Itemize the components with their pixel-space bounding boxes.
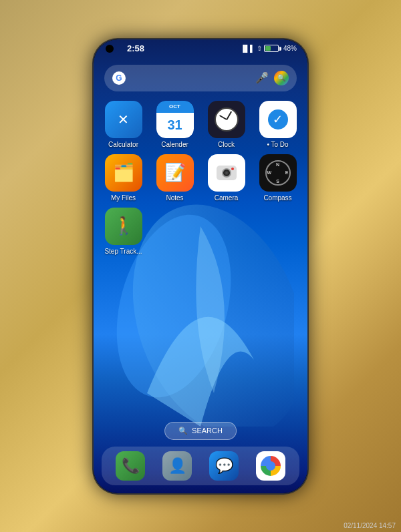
app-grid: ✕ Calculator OCT 31 Calender [100, 101, 301, 256]
bottom-search-icon: 🔍 [178, 427, 188, 435]
bottom-search-bar[interactable]: 🔍 SEARCH [164, 422, 237, 440]
status-icons: ▐▌▌ ⇧ 48% [241, 45, 297, 52]
app-clock[interactable]: Clock [203, 101, 249, 149]
phone-screen: 2:58 ▐▌▌ ⇧ 48% G [94, 39, 307, 493]
camera-icon [208, 154, 245, 192]
dock: 📞 👤 💬 [102, 447, 299, 485]
myfiles-label: My Files [111, 194, 136, 202]
app-calculator[interactable]: ✕ Calculator [100, 101, 146, 149]
outer-background: 2:58 ▐▌▌ ⇧ 48% G [0, 0, 401, 532]
compass-icon: N S E W [259, 154, 297, 192]
calendar-label: Calender [161, 141, 188, 149]
todo-label: • To Do [267, 141, 288, 149]
contacts-icon: 👤 [168, 457, 186, 475]
clock-label: Clock [218, 141, 235, 149]
mic-icon[interactable]: 🎤 [255, 71, 269, 84]
status-time: 2:58 [127, 43, 144, 53]
messages-icon: 💬 [215, 457, 233, 475]
app-compass[interactable]: N S E W Compass [255, 154, 301, 202]
signal-icon: ▐▌▌ [241, 45, 255, 52]
screenshot-timestamp: 02/11/2024 14:57 [344, 522, 396, 529]
camera-label: Camera [215, 194, 239, 202]
app-steptrack[interactable]: 🚶 Step Track... [100, 208, 146, 256]
wifi-icon: ⇧ [257, 45, 262, 52]
app-camera[interactable]: Camera [203, 154, 249, 202]
google-search-bar[interactable]: G 🎤 🔍 [104, 65, 297, 91]
dock-phone[interactable]: 📞 [116, 451, 145, 481]
app-calendar[interactable]: OCT 31 Calender [152, 101, 198, 149]
status-bar: 2:58 ▐▌▌ ⇧ 48% [94, 39, 307, 58]
calculator-icon: ✕ [105, 101, 142, 138]
dock-contacts[interactable]: 👤 [162, 451, 192, 481]
google-logo: G [112, 71, 126, 85]
bottom-search-label: SEARCH [192, 427, 223, 435]
dock-messages[interactable]: 💬 [209, 451, 239, 481]
battery-percent: 48% [283, 45, 297, 52]
compass-label: Compass [263, 194, 291, 202]
camera-hole [106, 45, 114, 53]
steptrack-label: Step Track... [104, 248, 142, 256]
phone-frame: 2:58 ▐▌▌ ⇧ 48% G [94, 39, 307, 493]
myfiles-icon: 🗂️ [105, 154, 142, 192]
clock-icon [208, 101, 245, 138]
app-myfiles[interactable]: 🗂️ My Files [100, 154, 146, 202]
lens-icon[interactable]: 🔍 [274, 71, 289, 85]
notes-icon: 📝 [156, 154, 194, 192]
calendar-icon: OCT 31 [156, 101, 194, 138]
steptrack-icon: 🚶 [105, 208, 142, 245]
dock-chrome[interactable] [256, 451, 285, 481]
app-todo[interactable]: ✓ • To Do [255, 101, 301, 149]
todo-icon: ✓ [259, 101, 297, 138]
phone-icon: 📞 [122, 457, 140, 475]
chrome-icon [261, 456, 281, 476]
app-notes[interactable]: 📝 Notes [152, 154, 198, 202]
notes-label: Notes [166, 194, 183, 202]
calculator-label: Calculator [108, 141, 138, 149]
battery-icon [264, 45, 281, 52]
